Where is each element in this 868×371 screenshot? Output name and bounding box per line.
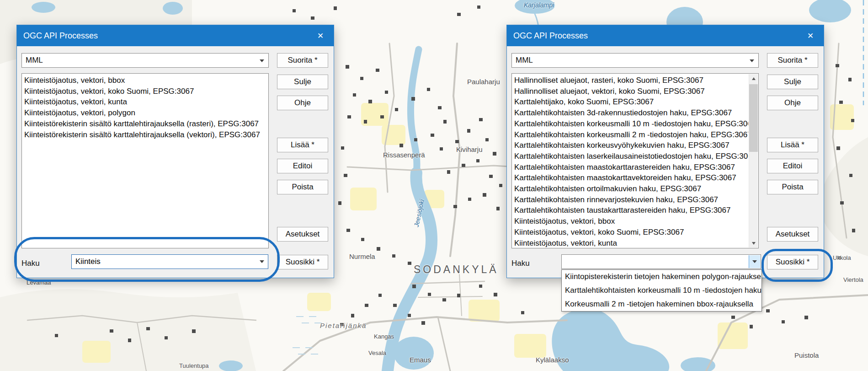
map-label-karjalampi: Karjalampi — [524, 1, 554, 9]
scrollbar-up-icon[interactable] — [749, 74, 758, 83]
ohje-button[interactable]: Ohje — [277, 96, 328, 110]
process-list-item[interactable]: Karttalehtikohtaisten taustakarttaraster… — [514, 205, 748, 216]
map-label-emaus: Emaus — [410, 356, 431, 364]
process-list-item[interactable]: Kiinteistörekisterin sisältö karttalehti… — [24, 118, 267, 129]
process-list[interactable]: Kiinteistöjaotus, vektori, bboxKiinteist… — [21, 73, 269, 248]
search-combobox[interactable] — [71, 254, 268, 269]
vertical-scrollbar[interactable] — [749, 74, 758, 247]
source-select[interactable]: MML — [21, 53, 269, 68]
suosikki-button[interactable]: Suosikki * — [277, 255, 328, 269]
map-label-rissasenpera: Rissasenperä — [383, 151, 425, 159]
map-label-vesala: Vesala — [368, 349, 386, 356]
map-label-levamaa: Levämaa — [27, 279, 51, 286]
lisaa-button[interactable]: Lisää * — [767, 138, 818, 152]
lisaa-button[interactable]: Lisää * — [277, 138, 328, 152]
process-list-item[interactable]: Karttalehtikohtaisten rinnevarjostekuvie… — [514, 194, 748, 205]
search-input[interactable] — [72, 255, 256, 268]
ohje-button[interactable]: Ohje — [767, 96, 818, 110]
process-list-item[interactable]: Karttalehtikohtaisten maastokarttaraster… — [514, 162, 748, 173]
chevron-down-icon — [260, 260, 264, 263]
map-label-viertola: Viertola — [843, 276, 863, 283]
suorita-button[interactable]: Suorita * — [767, 53, 818, 68]
process-list-item[interactable]: Hallinnolliset aluejaot, vektori, koko S… — [514, 86, 748, 97]
dialog-title: OGC API Processes — [23, 31, 98, 41]
process-list-item[interactable]: Kiinteistöjaotus, vektori, koko Suomi, E… — [514, 227, 748, 238]
map-label-puistola: Puistola — [794, 351, 819, 359]
process-list-item[interactable]: Kiinteistöjaotus, vektori, kunta — [24, 97, 267, 108]
search-dropdown-button[interactable] — [256, 255, 267, 268]
map-label-ukkola: Ukkola — [833, 254, 851, 261]
close-icon[interactable]: ✕ — [307, 25, 334, 46]
dialog-title: OGC API Processes — [513, 31, 588, 41]
sulje-button[interactable]: Sulje — [767, 75, 818, 89]
process-list-item[interactable]: Karttalehtikohtaisten korkeusvyöhykekuvi… — [514, 140, 748, 151]
source-select-value: MML — [26, 54, 256, 67]
map-label-paulaharju: Paulaharju — [467, 78, 500, 86]
search-label: Haku — [511, 256, 530, 271]
search-dropdown-button[interactable] — [749, 255, 760, 268]
poista-button[interactable]: Poista — [277, 180, 328, 194]
map-label-kangas: Kangas — [374, 333, 394, 340]
chevron-down-icon — [750, 59, 754, 62]
suosikki-button[interactable]: Suosikki * — [767, 255, 818, 269]
search-dropdown-option[interactable]: Korkeusmalli 2 m -tietojen hakeminen bbo… — [562, 297, 761, 311]
process-list-item[interactable]: Karttalehtikohtaisten maastokarttavektor… — [514, 172, 748, 183]
process-list-item[interactable]: Kiinteistörekisterin sisältö karttalehti… — [24, 129, 267, 140]
process-list-item[interactable]: Kiinteistöjaotus, vektori, kunta — [514, 238, 748, 247]
search-dropdown-list[interactable]: Kiintopisterekisterin tietojen hakeminen… — [561, 269, 762, 312]
source-select-value: MML — [516, 54, 746, 67]
map-label-pietarijanka: Pietarijänkä — [320, 322, 367, 329]
ogc-api-processes-dialog-left: OGC API Processes ✕ MML Kiinteistöjaotus… — [16, 25, 334, 278]
process-list-item[interactable]: Karttalehtikohtaisten korkeusmalli 10 m … — [514, 118, 748, 129]
chevron-down-icon — [752, 260, 757, 263]
map-label-sodankyla: SODANKYLÄ — [414, 263, 499, 276]
sulje-button[interactable]: Sulje — [277, 75, 328, 89]
source-select[interactable]: MML — [511, 53, 759, 68]
asetukset-button[interactable]: Asetukset — [767, 227, 818, 242]
search-label: Haku — [21, 256, 40, 271]
chevron-down-icon — [260, 59, 264, 62]
process-list-item[interactable]: Hallinnolliset aluejaot, rasteri, koko S… — [514, 75, 748, 86]
asetukset-button[interactable]: Asetukset — [277, 227, 328, 242]
search-combobox[interactable] — [561, 254, 761, 269]
poista-button[interactable]: Poista — [767, 180, 818, 194]
process-list-item[interactable]: Karttalehtijako, koko Suomi, EPSG:3067 — [514, 97, 748, 108]
ogc-api-processes-dialog-right: OGC API Processes ✕ MML Hallinnolliset a… — [506, 25, 824, 278]
map-label-tuulentupa: Tuulentupa — [179, 362, 209, 369]
suorita-button[interactable]: Suorita * — [277, 53, 328, 68]
search-dropdown-option[interactable]: Kiintopisterekisterin tietojen hakeminen… — [562, 270, 761, 284]
process-list-item[interactable]: Karttalehtikohtaisten korkeusmalli 2 m -… — [514, 129, 748, 140]
process-list-item[interactable]: Kiinteistöjaotus, vektori, bbox — [514, 216, 748, 227]
editoi-button[interactable]: Editoi — [277, 159, 328, 173]
dialog-titlebar[interactable]: OGC API Processes ✕ — [507, 25, 824, 46]
process-list-item[interactable]: Karttalehtikohtaisten 3d-rakennustiedost… — [514, 108, 748, 118]
map-label-nurmela: Nurmela — [349, 253, 375, 260]
process-list-item[interactable]: Kiinteistöjaotus, vektori, bbox — [24, 75, 267, 86]
scrollbar-thumb[interactable] — [749, 84, 758, 152]
process-list-item[interactable]: Karttalehtikohtaisten laserkeilausaineis… — [514, 151, 748, 162]
process-list-item[interactable]: Kiinteistöjaotus, vektori, koko Suomi, E… — [24, 86, 267, 97]
close-icon[interactable]: ✕ — [797, 25, 824, 46]
scrollbar-down-icon[interactable] — [749, 239, 758, 247]
process-list-item[interactable]: Karttalehtikohtaisten ortoilmakuvien hak… — [514, 183, 748, 194]
map-label-kiviharju: Kiviharju — [456, 145, 483, 153]
search-dropdown-option[interactable]: Karttalehtikohtaisten korkeusmalli 10 m … — [562, 284, 761, 297]
dialog-titlebar[interactable]: OGC API Processes ✕ — [17, 25, 334, 46]
search-input[interactable] — [562, 255, 748, 268]
map-label-kylalaakso: Kylälaakso — [536, 356, 569, 364]
process-list-item[interactable]: Kiinteistöjaotus, vektori, polygon — [24, 108, 267, 118]
editoi-button[interactable]: Editoi — [767, 159, 818, 173]
process-list[interactable]: Hallinnolliset aluejaot, rasteri, koko S… — [511, 73, 759, 248]
